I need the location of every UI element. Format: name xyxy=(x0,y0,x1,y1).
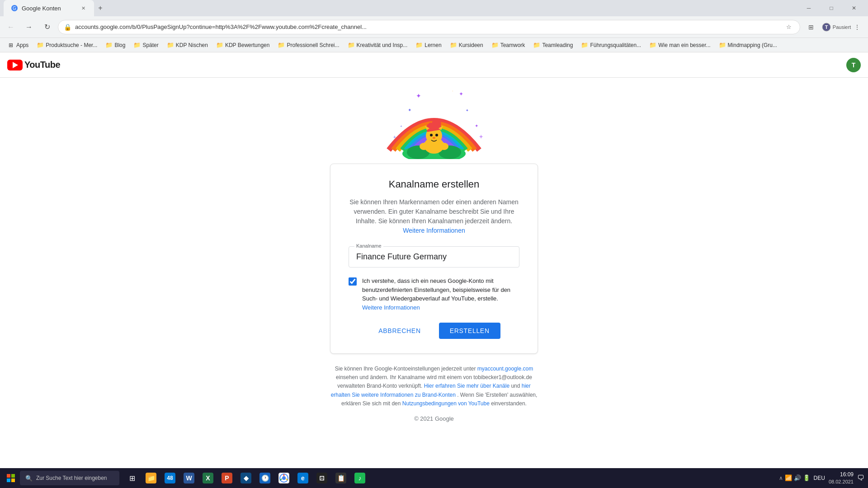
browser-frame: G Google Konten ✕ + ─ □ ✕ ← → ↻ 🔒 accoun… xyxy=(0,0,868,488)
lock-icon: 🔒 xyxy=(64,23,71,31)
folder-icon: 📁 xyxy=(649,42,656,49)
taskbar-app9-button[interactable]: ⊡ xyxy=(313,469,331,487)
taskbar-search-box[interactable]: 🔍 Zur Suche Text hier eingeben xyxy=(20,471,119,485)
tab-bar: G Google Konten ✕ + ─ □ ✕ xyxy=(0,0,868,16)
svg-text:✦: ✦ xyxy=(466,108,469,113)
svg-text:✦: ✦ xyxy=(408,108,411,113)
maximize-button[interactable]: □ xyxy=(821,0,842,16)
minimize-button[interactable]: ─ xyxy=(798,0,819,16)
svg-point-21 xyxy=(433,137,435,139)
volume-icon[interactable]: 🔊 xyxy=(794,474,801,481)
tray-icon[interactable]: ∧ xyxy=(779,475,783,481)
profile-icon[interactable]: T xyxy=(819,20,834,34)
bookmark-lernen[interactable]: 📁 Lernen xyxy=(412,40,445,51)
taskbar-app6-button[interactable]: ◆ xyxy=(237,469,255,487)
svg-rect-24 xyxy=(7,474,10,478)
bookmarks-bar: ⊞ Apps 📁 Produktsuche - Mer... 📁 Blog 📁 … xyxy=(0,38,868,52)
terms-checkbox[interactable] xyxy=(349,277,357,286)
bookmark-später[interactable]: 📁 Später xyxy=(130,40,162,51)
taskbar-app10-button[interactable]: 📋 xyxy=(332,469,350,487)
bookmark-mindmapping[interactable]: 📁 Mindmapping (Gru... xyxy=(715,40,781,51)
nutzungsbedingungen-link[interactable]: Nutzungsbedingungen von YouTube xyxy=(402,400,490,407)
address-text: accounts.google.com/b/0/PlusPageSignUp?c… xyxy=(75,23,780,30)
description-link[interactable]: Weitere Informationen xyxy=(403,227,465,234)
taskbar-chrome-button[interactable] xyxy=(275,469,293,487)
bookmark-star-icon[interactable]: ☆ xyxy=(783,22,794,33)
active-tab[interactable]: G Google Konten ✕ xyxy=(4,0,94,16)
user-avatar[interactable]: T xyxy=(846,58,861,72)
bookmark-produktsuche[interactable]: 📁 Produktsuche - Mer... xyxy=(33,40,101,51)
network-icon[interactable]: 📶 xyxy=(785,474,792,481)
svg-point-23 xyxy=(439,143,448,150)
bookmark-führung[interactable]: 📁 Führungsqualitäten... xyxy=(577,40,645,51)
taskbar-clock-app-button[interactable]: 🕐 xyxy=(256,469,274,487)
pause-button[interactable]: Pausiert xyxy=(835,20,849,34)
tab-close-button[interactable]: ✕ xyxy=(80,5,87,12)
svg-text:✦: ✦ xyxy=(475,123,478,128)
address-bar-row: ← → ↻ 🔒 accounts.google.com/b/0/PlusPage… xyxy=(0,16,868,38)
close-window-button[interactable]: ✕ xyxy=(844,0,864,16)
taskbar-clock[interactable]: 16:09 08.02.2021 xyxy=(829,471,854,485)
taskbar-edge-button[interactable]: e xyxy=(294,469,312,487)
taskbar: 🔍 Zur Suche Text hier eingeben ⊞ 📁 48 W … xyxy=(0,468,868,488)
start-button[interactable] xyxy=(4,471,18,485)
back-button[interactable]: ← xyxy=(4,20,18,34)
svg-point-22 xyxy=(420,143,429,150)
terms-checkbox-area: Ich verstehe, dass ich ein neues Google-… xyxy=(349,277,519,312)
bookmark-teamwork[interactable]: 📁 Teamwork xyxy=(488,40,529,51)
svg-point-29 xyxy=(282,476,286,480)
bookmark-kursideen[interactable]: 📁 Kursideen xyxy=(446,40,487,51)
create-button[interactable]: ERSTELLEN xyxy=(439,323,500,339)
bookmark-blog[interactable]: 📁 Blog xyxy=(102,40,129,51)
address-bar[interactable]: 🔒 accounts.google.com/b/0/PlusPageSignUp… xyxy=(58,20,800,34)
menu-button[interactable]: ⋮ xyxy=(850,20,864,34)
folder-icon: 📁 xyxy=(167,42,174,49)
copyright-text: © 2021 Google xyxy=(414,415,454,422)
svg-text:·: · xyxy=(452,89,453,93)
taskbar-word-button[interactable]: W xyxy=(180,469,198,487)
checkbox-link[interactable]: Weitere Informationen xyxy=(362,304,420,311)
bookmark-wie-man[interactable]: 📁 Wie man ein besser... xyxy=(646,40,714,51)
rainbow-illustration: ✦ ✦ ✦ ✦ ✦ + + + · · xyxy=(375,87,493,159)
taskbar-right: ∧ 📶 🔊 🔋 DEU 16:09 08.02.2021 🗨 xyxy=(779,471,864,485)
youtube-logo-icon xyxy=(7,60,23,70)
cancel-button[interactable]: ABBRECHEN xyxy=(368,323,431,339)
bookmark-apps[interactable]: ⊞ Apps xyxy=(4,40,32,51)
bookmark-kreativität[interactable]: 📁 Kreativität und Insp... xyxy=(344,40,411,51)
youtube-logo-text: YouTube xyxy=(24,60,60,70)
bookmark-professionell[interactable]: 📁 Professionell Schrei... xyxy=(274,40,343,51)
youtube-logo[interactable]: YouTube xyxy=(7,60,60,70)
taskbar-explorer-button[interactable]: 📁 xyxy=(142,469,160,487)
battery-icon[interactable]: 🔋 xyxy=(803,474,810,481)
bookmark-kdp-bewertungen[interactable]: 📁 KDP Bewertungen xyxy=(212,40,274,51)
input-label: Kanalname xyxy=(354,243,383,249)
reload-button[interactable]: ↻ xyxy=(40,20,54,34)
taskbar-explorer2-button[interactable]: 48 xyxy=(161,469,179,487)
dialog-buttons: ABBRECHEN ERSTELLEN xyxy=(349,323,519,339)
youtube-header: YouTube T xyxy=(0,52,868,78)
new-tab-button[interactable]: + xyxy=(94,2,107,14)
taskbar-powerpoint-button[interactable]: P xyxy=(218,469,236,487)
svg-text:✦: ✦ xyxy=(459,91,463,97)
folder-icon: 📁 xyxy=(278,42,285,49)
channel-name-input[interactable] xyxy=(356,250,512,263)
taskbar-taskview-button[interactable]: ⊞ xyxy=(123,469,141,487)
bookmark-kdp-nischen[interactable]: 📁 KDP Nischen xyxy=(163,40,212,51)
channel-name-input-group: Kanalname xyxy=(349,246,519,267)
extensions-button[interactable]: ⊞ xyxy=(804,20,818,34)
folder-icon: 📁 xyxy=(533,42,540,49)
bookmark-teamleading[interactable]: 📁 Teamleading xyxy=(529,40,576,51)
main-area: ✦ ✦ ✦ ✦ ✦ + + + · · xyxy=(0,78,868,488)
folder-icon: 📁 xyxy=(450,42,457,49)
myaccount-link[interactable]: myaccount.google.com xyxy=(477,366,533,372)
taskbar-excel-button[interactable]: X xyxy=(199,469,217,487)
taskbar-apps: ⊞ 📁 48 W X P ◆ 🕐 xyxy=(123,469,369,487)
svg-text:G: G xyxy=(13,6,16,11)
page-content: YouTube T ✦ ✦ ✦ ✦ ✦ + + + · xyxy=(0,52,868,488)
taskbar-spotify-button[interactable]: ♪ xyxy=(351,469,369,487)
clock-date: 08.02.2021 xyxy=(829,479,854,485)
language-indicator: DEU xyxy=(814,475,825,481)
forward-button[interactable]: → xyxy=(22,20,36,34)
notifications-icon[interactable]: 🗨 xyxy=(857,474,864,482)
kanäle-link[interactable]: Hier erfahren Sie mehr über Kanäle xyxy=(424,383,509,389)
